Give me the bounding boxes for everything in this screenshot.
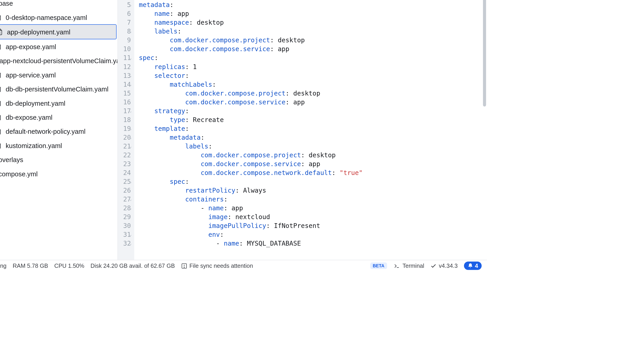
file-item[interactable]: default-network-policy.yaml bbox=[0, 124, 118, 138]
terminal-icon bbox=[393, 263, 400, 269]
file-item[interactable]: app-expose.yaml bbox=[0, 39, 118, 53]
file-item[interactable]: kustomization.yaml bbox=[0, 138, 118, 152]
file-item[interactable]: db-db-persistentVolumeClaim.yaml bbox=[0, 82, 118, 96]
code-editor[interactable]: 12345⌄678⌄91011⌄1213⌄14⌄151617⌄1819⌄20⌄2… bbox=[118, 0, 487, 260]
file-item[interactable]: db-deployment.yaml bbox=[0, 96, 118, 110]
file-item[interactable]: app-nextcloud-persistentVolumeClaim.yaml bbox=[0, 53, 118, 67]
file-item[interactable]: db-expose.yaml bbox=[0, 110, 118, 124]
beta-badge: BETA bbox=[370, 262, 387, 269]
folder-overlays[interactable]: ▸overlays bbox=[0, 152, 118, 166]
file-item[interactable]: 0-desktop-namespace.yaml bbox=[0, 10, 118, 24]
code-content[interactable]: #! app-deployment.yaml# Generated code, … bbox=[134, 0, 482, 260]
status-bar: Engine running ▶ ⏸ ⏻ ⋮ Kubernetes runnin… bbox=[0, 260, 487, 271]
disk-status: Disk 24.20 GB avail. of 62.67 GB bbox=[90, 262, 175, 269]
version-status[interactable]: v4.34.3 bbox=[430, 262, 458, 269]
file-tree: ▾Desktop ▾bridge ▾base 0-desktop-namespa… bbox=[0, 0, 118, 260]
line-gutter: 12345⌄678⌄91011⌄1213⌄14⌄151617⌄1819⌄20⌄2… bbox=[118, 0, 134, 260]
ram-status: RAM 5.78 GB bbox=[13, 262, 48, 269]
folder-base[interactable]: ▾base bbox=[0, 0, 118, 10]
file-item[interactable]: app-service.yaml bbox=[0, 68, 118, 82]
notifications-button[interactable]: 4 bbox=[464, 262, 482, 270]
svg-point-69 bbox=[184, 267, 184, 267]
terminal-button[interactable]: Terminal bbox=[393, 262, 424, 269]
file-item[interactable]: compose.yml bbox=[0, 167, 118, 181]
bell-icon bbox=[468, 263, 473, 269]
cpu-status: CPU 1.50% bbox=[54, 262, 84, 269]
editor-scrollbar[interactable] bbox=[482, 0, 487, 260]
file-item-selected[interactable]: app-deployment.yaml bbox=[0, 24, 116, 39]
warning-icon bbox=[181, 263, 187, 269]
filesync-status[interactable]: File sync needs attention bbox=[181, 262, 253, 269]
check-icon bbox=[430, 263, 436, 269]
k8s-status[interactable]: Kubernetes running bbox=[0, 262, 6, 269]
